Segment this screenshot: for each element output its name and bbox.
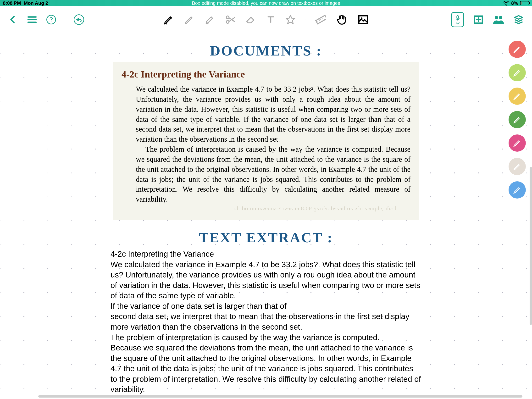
mic-icon xyxy=(454,15,461,21)
toolbar: ? · xyxy=(0,6,532,33)
svg-point-0 xyxy=(226,16,229,19)
svg-rect-2 xyxy=(316,15,326,24)
battery-percent: 8% xyxy=(511,0,518,6)
vertical-scrollbar[interactable] xyxy=(530,167,532,325)
document-clip[interactable]: 4-2c Interpreting the Variance We calcul… xyxy=(113,62,419,220)
pen-color-blue[interactable] xyxy=(509,181,526,199)
doc-para-2: The problem of interpretation is caused … xyxy=(136,144,411,204)
extract-line: second data set, we interpret that to me… xyxy=(111,311,421,332)
star-tool-button[interactable] xyxy=(284,13,297,26)
extract-line: If the variance of one data set is large… xyxy=(111,301,421,311)
doc-section-heading: 4-2c Interpreting the Variance xyxy=(121,69,411,80)
pen-color-lime[interactable] xyxy=(509,64,526,81)
extract-line: The problem of interpretation is caused … xyxy=(111,332,421,343)
pen-color-yellow[interactable] xyxy=(509,88,526,105)
text-tool-button[interactable] xyxy=(265,14,277,25)
extract-line: Because we squared the deviations from t… xyxy=(111,342,421,395)
chevron-down-icon xyxy=(455,22,460,25)
svg-point-7 xyxy=(495,16,498,19)
undo-button[interactable] xyxy=(73,13,85,26)
undo-icon xyxy=(74,14,84,25)
status-banner: Box editing mode disabled, you can now d… xyxy=(192,0,340,6)
pan-tool-button[interactable] xyxy=(335,13,349,26)
doc-bleed-through-text: l sdi ,slqmsz irls ao bezed .ebrzg 90.8 … xyxy=(121,205,411,212)
svg-point-1 xyxy=(226,20,229,23)
back-button[interactable] xyxy=(7,14,19,25)
svg-rect-5 xyxy=(457,15,459,19)
pen-color-palette xyxy=(509,41,526,199)
extract-heading: TEXT EXTRACT : xyxy=(199,229,333,246)
pen-color-red[interactable] xyxy=(509,41,526,58)
pen-tool-button[interactable] xyxy=(162,13,175,26)
menu-button[interactable] xyxy=(26,13,38,26)
battery-icon xyxy=(520,1,529,5)
people-button[interactable] xyxy=(492,13,505,26)
pen-color-green[interactable] xyxy=(509,111,526,128)
doc-para-1: We calculated the variance in Example 4.… xyxy=(136,84,411,144)
add-page-button[interactable] xyxy=(472,13,485,26)
ruler-tool-button[interactable] xyxy=(314,13,327,26)
help-button[interactable]: ? xyxy=(45,14,57,25)
status-time: 8:08 PM xyxy=(3,0,21,6)
svg-point-8 xyxy=(499,16,502,19)
svg-point-4 xyxy=(361,17,362,19)
scissors-tool-button[interactable] xyxy=(224,13,237,26)
status-bar: 8:08 PM Mon Aug 2 Box editing mode disab… xyxy=(0,0,532,6)
image-tool-button[interactable] xyxy=(356,13,370,26)
record-button[interactable] xyxy=(450,11,465,28)
pencil-tool-button[interactable] xyxy=(183,13,196,26)
highlighter-tool-button[interactable] xyxy=(203,13,216,26)
eraser-tool-button[interactable] xyxy=(244,13,257,26)
help-icon: ? xyxy=(46,15,56,24)
documents-heading: DOCUMENTS : xyxy=(210,43,322,59)
status-date: Mon Aug 2 xyxy=(24,0,48,6)
toolbar-separator-dot: · xyxy=(304,16,306,23)
note-canvas[interactable]: DOCUMENTS : 4-2c Interpreting the Varian… xyxy=(0,33,532,399)
layers-button[interactable] xyxy=(512,13,525,26)
horizontal-scrollbar[interactable] xyxy=(38,395,522,398)
pen-color-pink[interactable] xyxy=(509,134,526,152)
extract-line: We calculated the variance in Example 4.… xyxy=(111,259,421,301)
text-extract-body[interactable]: 4-2c Interpreting the Variance We calcul… xyxy=(111,249,421,395)
doc-body: We calculated the variance in Example 4.… xyxy=(121,84,411,204)
pen-color-grey[interactable] xyxy=(509,158,526,175)
wifi-icon xyxy=(503,1,509,6)
extract-line: 4-2c Interpreting the Variance xyxy=(111,249,421,259)
